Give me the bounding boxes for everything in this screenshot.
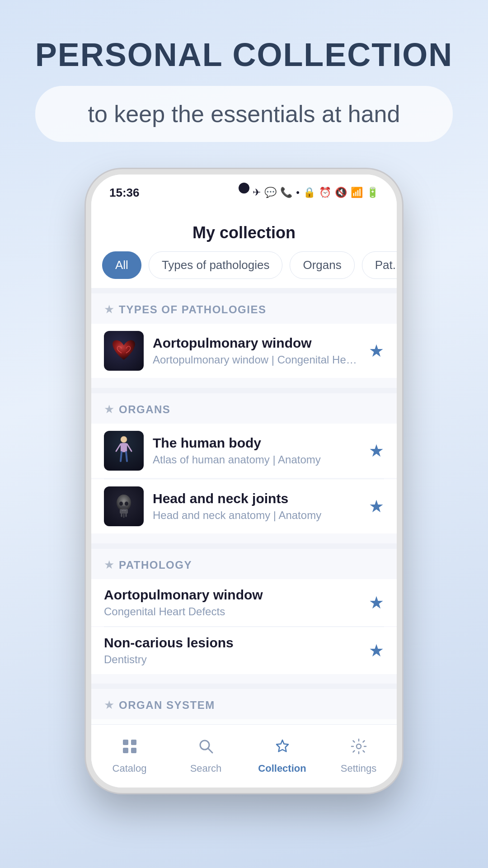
section-header-pathology: ★ PATHOLOGY xyxy=(91,558,397,579)
tab-types-of-pathologies[interactable]: Types of pathologies xyxy=(149,251,283,279)
item-subtitle-aortopulmonary: Aortopulmonary window | Congenital Heart… xyxy=(153,354,361,366)
thumbnail-skull xyxy=(104,486,144,526)
section-star-types-of-pathologies: ★ xyxy=(104,302,114,316)
svg-line-4 xyxy=(121,452,122,461)
item-star-non-carious[interactable]: ★ xyxy=(369,641,384,660)
svg-rect-16 xyxy=(131,748,136,753)
item-text-head-neck: Head and neck joints Head and neck anato… xyxy=(153,491,361,522)
item-star-aortopulmonary-window[interactable]: ★ xyxy=(369,593,384,613)
status-icons: ✈ 💬 📞 • 🔒 ⏰ 🔇 📶 🔋 xyxy=(253,187,379,198)
status-bar: 15:36 ✈ 💬 📞 • 🔒 ⏰ 🔇 📶 🔋 xyxy=(91,175,397,211)
tab-organs[interactable]: Organs xyxy=(290,251,354,279)
section-header-organs: ★ ORGANS xyxy=(91,402,397,424)
thumbnail-body xyxy=(104,431,144,471)
collection-nav-icon xyxy=(274,738,291,759)
section-types-of-pathologies: ★ TYPES OF PATHOLOGIES xyxy=(91,293,397,388)
section-organ-system: ★ ORGAN SYSTEM Atlas of human anatomy ★ xyxy=(91,689,397,724)
alarm-icon: ⏰ xyxy=(319,187,331,198)
section-title-pathology: PATHOLOGY xyxy=(119,559,192,571)
collection-nav-label: Collection xyxy=(258,763,306,774)
svg-rect-15 xyxy=(123,748,128,753)
svg-line-18 xyxy=(208,748,212,753)
item-star-head-neck[interactable]: ★ xyxy=(369,496,384,516)
item-text-aortopulmonary: Aortopulmonary window Aortopulmonary win… xyxy=(153,335,361,366)
item-title-aortopulmonary: Aortopulmonary window xyxy=(153,335,361,351)
svg-rect-13 xyxy=(123,740,128,745)
tab-all[interactable]: All xyxy=(102,251,141,279)
item-text-non-carious: Non-carious lesions Dentistry xyxy=(104,635,361,666)
nav-collection[interactable]: Collection xyxy=(244,738,320,774)
list-item-human-body[interactable]: The human body Atlas of human anatomy | … xyxy=(91,424,397,478)
search-nav-label: Search xyxy=(190,763,222,774)
section-header-organ-system: ★ ORGAN SYSTEM xyxy=(91,698,397,719)
nav-search[interactable]: Search xyxy=(168,738,244,774)
battery-icon: 🔋 xyxy=(366,187,379,198)
settings-nav-icon xyxy=(350,738,367,759)
svg-line-5 xyxy=(126,452,127,461)
item-subtitle-non-carious: Dentistry xyxy=(104,653,361,666)
list-item-aortopulmonary-pathologies[interactable]: Aortopulmonary window Aortopulmonary win… xyxy=(91,324,397,378)
page-subtitle-wrapper: to keep the essentials at hand xyxy=(35,86,453,142)
phone-frame: 15:36 ✈ 💬 📞 • 🔒 ⏰ 🔇 📶 🔋 My collection Al… xyxy=(86,169,402,793)
item-star-aortopulmonary[interactable]: ★ xyxy=(369,341,384,361)
svg-rect-1 xyxy=(121,443,127,452)
screen-title: My collection xyxy=(91,211,397,251)
tab-pat[interactable]: Pat... xyxy=(362,251,397,279)
thumbnail-heart xyxy=(104,331,144,371)
message-icon: 💬 xyxy=(264,187,277,198)
wifi-icon: 📶 xyxy=(351,187,363,198)
nav-icon: ✈ xyxy=(253,187,261,198)
bottom-nav: Catalog Search Collection xyxy=(91,724,397,788)
catalog-label: Catalog xyxy=(113,763,147,774)
svg-point-0 xyxy=(121,436,127,443)
catalog-icon xyxy=(121,738,138,759)
status-time: 15:36 xyxy=(109,186,140,200)
item-subtitle-human-body: Atlas of human anatomy | Anatomy xyxy=(153,453,361,466)
section-title-organ-system: ORGAN SYSTEM xyxy=(119,699,215,712)
item-title-aortopulmonary-window: Aortopulmonary window xyxy=(104,587,361,603)
section-star-pathology: ★ xyxy=(104,558,114,572)
section-header-types-of-pathologies: ★ TYPES OF PATHOLOGIES xyxy=(91,302,397,324)
item-subtitle-aortopulmonary-window: Congenital Heart Defects xyxy=(104,605,361,618)
search-nav-icon xyxy=(197,738,215,759)
nav-settings[interactable]: Settings xyxy=(320,738,397,774)
list-item-aortopulmonary-window[interactable]: Aortopulmonary window Congenital Heart D… xyxy=(91,579,397,626)
svg-point-19 xyxy=(357,744,361,749)
item-text-human-body: The human body Atlas of human anatomy | … xyxy=(153,435,361,466)
collection-list: ★ TYPES OF PATHOLOGIES xyxy=(91,288,397,724)
section-organs: ★ ORGANS xyxy=(91,393,397,543)
page-header: PERSONAL COLLECTION to keep the essentia… xyxy=(35,36,453,142)
lock-icon: 🔒 xyxy=(303,187,315,198)
svg-line-2 xyxy=(116,444,121,451)
list-item-non-carious[interactable]: Non-carious lesions Dentistry ★ xyxy=(91,627,397,674)
list-item-atlas[interactable]: Atlas of human anatomy ★ xyxy=(91,719,397,724)
list-item-head-neck[interactable]: Head and neck joints Head and neck anato… xyxy=(91,479,397,533)
svg-point-8 xyxy=(119,502,123,506)
screen-content: My collection All Types of pathologies O… xyxy=(91,211,397,788)
svg-point-6 xyxy=(117,495,131,511)
page-subtitle: to keep the essentials at hand xyxy=(67,100,422,127)
item-title-non-carious: Non-carious lesions xyxy=(104,635,361,651)
call-icon: 📞 xyxy=(280,187,292,198)
section-title-organs: ORGANS xyxy=(119,403,170,416)
section-title-types-of-pathologies: TYPES OF PATHOLOGIES xyxy=(119,303,266,316)
screen-inner: My collection All Types of pathologies O… xyxy=(91,211,397,724)
svg-point-9 xyxy=(125,502,128,506)
item-text-aortopulmonary-window: Aortopulmonary window Congenital Heart D… xyxy=(104,587,361,618)
page-title: PERSONAL COLLECTION xyxy=(35,36,453,73)
item-subtitle-head-neck: Head and neck anatomy | Anatomy xyxy=(153,509,361,522)
nav-catalog[interactable]: Catalog xyxy=(91,738,168,774)
item-title-head-neck: Head and neck joints xyxy=(153,491,361,506)
svg-line-3 xyxy=(127,444,131,451)
mute-icon: 🔇 xyxy=(335,187,347,198)
svg-rect-14 xyxy=(131,740,136,745)
item-star-human-body[interactable]: ★ xyxy=(369,441,384,461)
camera-dot xyxy=(239,183,249,193)
section-star-organs: ★ xyxy=(104,402,114,416)
item-title-human-body: The human body xyxy=(153,435,361,451)
settings-nav-label: Settings xyxy=(341,763,377,774)
section-star-organ-system: ★ xyxy=(104,698,114,712)
dot-indicator: • xyxy=(296,187,300,198)
section-pathology: ★ PATHOLOGY Aortopulmonary window Congen… xyxy=(91,549,397,684)
filter-tabs: All Types of pathologies Organs Pat... xyxy=(91,251,397,288)
